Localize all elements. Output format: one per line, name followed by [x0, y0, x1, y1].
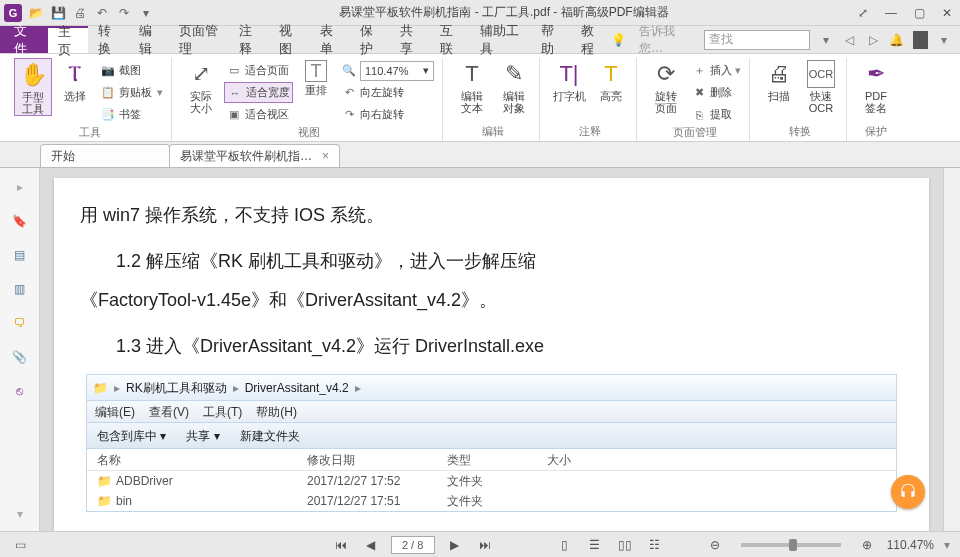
redo-icon[interactable]: ↷ [116, 5, 132, 21]
zoom-dropdown-icon[interactable]: ▾ [944, 538, 950, 552]
tab-home[interactable]: 主页 [48, 26, 88, 53]
first-page-icon[interactable]: ⏮ [331, 536, 351, 554]
menu-tools[interactable]: 工具(T) [203, 399, 242, 425]
tool-newfolder[interactable]: 新建文件夹 [240, 423, 300, 449]
highlight-button[interactable]: T 高亮 [592, 58, 630, 102]
tab-share[interactable]: 共享 [390, 26, 430, 53]
bc-item-2[interactable]: DriverAssitant_v4.2 [245, 375, 349, 401]
bookmark-icon: 📑 [100, 107, 116, 123]
edit-text-button[interactable]: T 编辑文本 [453, 58, 491, 114]
tab-help[interactable]: 帮助 [531, 26, 571, 53]
last-page-icon[interactable]: ⏭ [475, 536, 495, 554]
nav-next-icon[interactable]: ▷ [865, 33, 881, 47]
document-viewport[interactable]: 用 win7 操作系统，不支持 IOS 系统。 1.2 解压缩《RK 刷机工具和… [40, 168, 943, 531]
qat-more-icon[interactable]: ▾ [138, 5, 154, 21]
tool-share[interactable]: 共享 ▾ [186, 423, 219, 449]
fit-visible-button[interactable]: ▣适合视区 [224, 104, 293, 125]
hand-tool-button[interactable]: ✋ 手型工具 [14, 58, 52, 116]
bookmarks-icon[interactable]: 🔖 [9, 210, 31, 232]
size-info-icon[interactable]: ▭ [10, 536, 30, 554]
user-avatar[interactable] [913, 31, 929, 49]
zoom-in-icon[interactable]: ⊕ [857, 536, 877, 554]
tab-connect[interactable]: 互联 [430, 26, 470, 53]
vertical-scrollbar[interactable] [943, 168, 960, 531]
snapshot-button[interactable]: 📷截图 [98, 60, 165, 81]
layout-facing-continuous-icon[interactable]: ☷ [645, 536, 665, 554]
open-icon[interactable]: 📂 [28, 5, 44, 21]
pages-icon[interactable]: ▤ [9, 244, 31, 266]
quick-ocr-button[interactable]: OCR 快速OCR [802, 58, 840, 114]
tab-form[interactable]: 表单 [310, 26, 350, 53]
fit-visible-icon: ▣ [226, 107, 242, 123]
zoom-slider[interactable] [741, 543, 841, 547]
fit-page-button[interactable]: ▭适合页面 [224, 60, 293, 81]
tab-view[interactable]: 视图 [269, 26, 309, 53]
select-tool-button[interactable]: Ⲧ 选择 [56, 58, 94, 102]
undo-icon[interactable]: ↶ [94, 5, 110, 21]
layers-icon[interactable]: ▥ [9, 278, 31, 300]
zoom-out-icon[interactable]: ⊖ [705, 536, 725, 554]
tab-convert[interactable]: 转换 [88, 26, 128, 53]
explorer-row[interactable]: 📁bin 2017/12/27 17:51 文件夹 [87, 491, 896, 511]
rotate-left-button[interactable]: ↶向左旋转 [339, 82, 436, 103]
group-annot-label: 注释 [579, 124, 601, 141]
typewriter-button[interactable]: T| 打字机 [550, 58, 588, 102]
actual-size-button[interactable]: ⤢ 实际大小 [182, 58, 220, 114]
next-page-icon[interactable]: ▶ [445, 536, 465, 554]
extract-button[interactable]: ⎘提取 [689, 104, 743, 125]
reflow-label: 重排 [305, 84, 327, 96]
tab-annotate[interactable]: 注释 [229, 26, 269, 53]
layout-facing-icon[interactable]: ▯▯ [615, 536, 635, 554]
clipboard-button[interactable]: 📋剪贴板▾ [98, 82, 165, 103]
tab-tutorial[interactable]: 教程 [571, 26, 611, 53]
pdf-sign-button[interactable]: ✒ PDF签名 [857, 58, 895, 114]
doc-line-1: 用 win7 操作系统，不支持 IOS 系统。 [80, 196, 903, 236]
user-dropdown-icon[interactable]: ▾ [936, 33, 952, 47]
doctab-current[interactable]: 易课堂平板软件刷机指…× [169, 144, 340, 167]
prev-page-icon[interactable]: ◀ [361, 536, 381, 554]
doctab-start[interactable]: 开始 [40, 144, 170, 167]
zoom-percent[interactable]: 110.47% [887, 538, 934, 552]
nav-prev-icon[interactable]: ◁ [842, 33, 858, 47]
attachments-icon[interactable]: 📎 [9, 346, 31, 368]
comments-icon[interactable]: 🗨 [9, 312, 31, 334]
tab-protect[interactable]: 保护 [350, 26, 390, 53]
bell-icon[interactable]: 🔔 [889, 33, 905, 47]
window-title: 易课堂平板软件刷机指南 - 工厂工具.pdf - 福昕高级PDF编辑器 [154, 4, 854, 21]
zoom-select[interactable]: 110.47%▾ [360, 61, 434, 81]
print-icon[interactable]: 🖨 [72, 5, 88, 21]
fit-width-button[interactable]: ↔适合宽度 [224, 82, 293, 103]
reflow-button[interactable]: T 重排 [297, 58, 335, 96]
file-menu[interactable]: 文件 [0, 26, 48, 53]
tool-include[interactable]: 包含到库中 ▾ [97, 423, 166, 449]
close-tab-icon[interactable]: × [322, 149, 329, 163]
tab-pagemgmt[interactable]: 页面管理 [169, 26, 229, 53]
zoom-button[interactable]: 🔍110.47%▾ [339, 60, 436, 81]
tell-me-input[interactable]: 告诉我您… [634, 20, 696, 60]
scan-button[interactable]: 🖨 扫描 [760, 58, 798, 102]
hdr-size[interactable]: 大小 [547, 447, 627, 473]
nav-more-icon[interactable]: ▾ [9, 503, 31, 525]
save-icon[interactable]: 💾 [50, 5, 66, 21]
insert-button[interactable]: ＋插入▾ [689, 60, 743, 81]
menu-edit[interactable]: 编辑(E) [95, 399, 135, 425]
bookmark-button[interactable]: 📑书签 [98, 104, 165, 125]
tab-edit[interactable]: 编辑 [129, 26, 169, 53]
edit-object-button[interactable]: ✎ 编辑对象 [495, 58, 533, 114]
help-floating-button[interactable] [891, 475, 925, 509]
search-dropdown-icon[interactable]: ▾ [818, 33, 834, 47]
bc-item-1[interactable]: RK刷机工具和驱动 [126, 375, 227, 401]
rotate-page-button[interactable]: ⟳ 旋转页面 [647, 58, 685, 114]
nav-collapse-icon[interactable]: ▸ [9, 176, 31, 198]
layout-single-icon[interactable]: ▯ [555, 536, 575, 554]
menu-view[interactable]: 查看(V) [149, 399, 189, 425]
page-number-input[interactable]: 2 / 8 [391, 536, 435, 554]
rotate-right-button[interactable]: ↷向右旋转 [339, 104, 436, 125]
signatures-icon[interactable]: ⎋ [9, 380, 31, 402]
highlight-icon: T [597, 60, 625, 88]
delete-button[interactable]: ✖删除 [689, 82, 743, 103]
layout-continuous-icon[interactable]: ☰ [585, 536, 605, 554]
find-input[interactable]: 查找 [704, 30, 810, 50]
menu-help[interactable]: 帮助(H) [256, 399, 297, 425]
tab-accessibility[interactable]: 辅助工具 [470, 26, 530, 53]
